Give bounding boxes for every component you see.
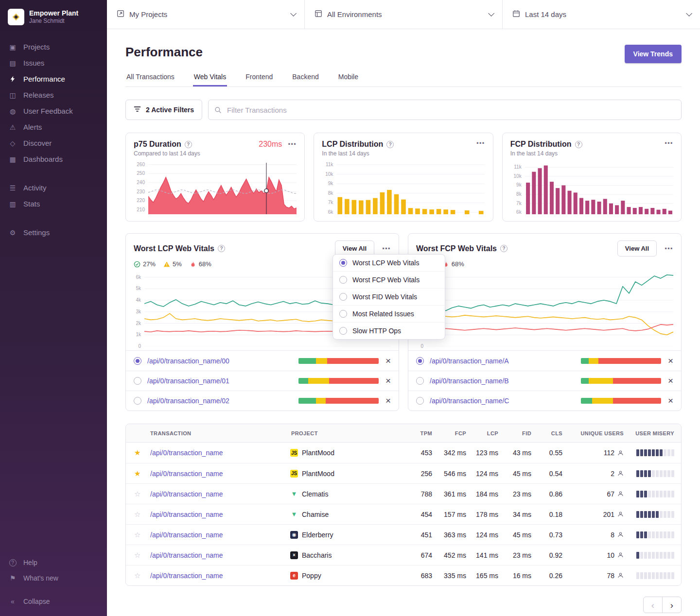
sidebar-item-stats[interactable]: ▥Stats — [0, 196, 107, 212]
more-options-button[interactable]: ⋯ — [288, 141, 297, 148]
menu-item-worst-lcp-web-vitals[interactable]: Worst LCP Web Vitals — [333, 255, 445, 271]
sidebar-item-dashboards[interactable]: ▦Dashboards — [0, 151, 107, 167]
star-icon[interactable]: ☆ — [134, 571, 140, 580]
transaction-link[interactable]: /api/0/transaction_name/A — [430, 357, 509, 365]
column-header[interactable]: PROJECT — [288, 430, 400, 436]
column-header[interactable]: TRANSACTION — [147, 430, 288, 436]
sidebar-item-label: Activity — [23, 184, 47, 192]
sidebar-item-alerts[interactable]: ⚠Alerts — [0, 119, 107, 135]
active-filters-button[interactable]: 2 Active Filters — [125, 100, 202, 120]
menu-item-most-related-issues[interactable]: Most Related Issues — [333, 305, 445, 322]
previous-page-button[interactable]: ‹ — [643, 597, 663, 613]
misery-segment — [671, 491, 674, 497]
transaction-link[interactable]: /api/0/transaction_name — [149, 551, 286, 559]
radio-button[interactable] — [416, 357, 424, 365]
misery-segment — [660, 449, 663, 456]
tab-all-transactions[interactable]: All Transactions — [125, 73, 175, 86]
transaction-link[interactable]: /api/0/transaction_name — [149, 470, 286, 478]
sidebar-item-user-feedback[interactable]: ◍User Feedback — [0, 103, 107, 119]
column-header[interactable]: FCP — [435, 430, 469, 436]
unique-users-value: 112 — [604, 449, 614, 457]
column-header[interactable]: TPM — [400, 430, 435, 436]
close-icon[interactable]: × — [668, 357, 673, 365]
next-page-button[interactable]: › — [662, 597, 682, 613]
tab-backend[interactable]: Backend — [291, 73, 319, 86]
sidebar-item-issues[interactable]: ▤Issues — [0, 55, 107, 71]
view-all-button[interactable]: View All — [617, 240, 657, 257]
close-icon[interactable]: × — [668, 377, 673, 385]
sidebar-item-performance[interactable]: Performance — [0, 71, 107, 87]
close-icon[interactable]: × — [385, 357, 391, 365]
more-options-button[interactable]: ⋯ — [382, 245, 391, 252]
more-options-button[interactable]: ⋯ — [665, 140, 673, 147]
sidebar-item-label: User Feedback — [23, 107, 73, 115]
transaction-list: /api/0/transaction_name/00×/api/0/transa… — [126, 350, 399, 411]
card-subtitle: Compared to last 14 days — [134, 150, 297, 157]
view-trends-button[interactable]: View Trends — [625, 45, 682, 63]
menu-item-worst-fcp-web-vitals[interactable]: Worst FCP Web Vitals — [333, 271, 445, 288]
tab-frontend[interactable]: Frontend — [245, 73, 274, 86]
star-icon[interactable]: ☆ — [134, 490, 140, 498]
org-switcher[interactable]: Empower Plant Jane Schmidt — [0, 7, 107, 26]
radio-button[interactable] — [134, 357, 141, 365]
star-icon[interactable]: ★ — [134, 469, 140, 478]
tab-mobile[interactable]: Mobile — [337, 73, 359, 86]
transaction-link[interactable]: /api/0/transaction_name/01 — [147, 377, 229, 385]
radio-button[interactable] — [416, 377, 424, 385]
card-title: p75 Duration — [134, 140, 181, 149]
transaction-link[interactable]: /api/0/transaction_name — [149, 531, 286, 539]
tab-web-vitals[interactable]: Web Vitals — [193, 73, 227, 86]
radio-button[interactable] — [416, 397, 424, 405]
search-input[interactable] — [208, 100, 682, 120]
help-icon[interactable]: ? — [500, 245, 508, 252]
transaction-link[interactable]: /api/0/transaction_name — [149, 511, 286, 518]
sidebar-item-help[interactable]: ?Help — [0, 555, 107, 570]
column-header[interactable]: FID — [501, 430, 534, 436]
transaction-link[interactable]: /api/0/transaction_name/C — [430, 397, 509, 405]
sidebar-item-releases[interactable]: ◫Releases — [0, 87, 107, 103]
fid-value: 45 ms — [501, 470, 534, 478]
column-header[interactable]: CLS — [534, 430, 565, 436]
transaction-link[interactable]: /api/0/transaction_name/02 — [147, 397, 229, 405]
transaction-link[interactable]: /api/0/transaction_name — [149, 572, 286, 580]
column-header[interactable]: LCP — [469, 430, 501, 436]
misery-segment — [664, 531, 666, 538]
misery-segment — [660, 511, 663, 518]
menu-item-slow-http-ops[interactable]: Slow HTTP Ops — [333, 322, 445, 339]
close-icon[interactable]: × — [385, 377, 391, 385]
radio-button[interactable] — [134, 397, 141, 405]
star-icon[interactable]: ☆ — [134, 510, 140, 518]
javascript-icon: JS — [290, 449, 298, 457]
help-icon[interactable]: ? — [386, 141, 394, 148]
star-icon[interactable]: ★ — [134, 448, 140, 457]
menu-item-worst-fid-web-vitals[interactable]: Worst FID Web Vitals — [333, 288, 445, 305]
sidebar-item-activity[interactable]: ☰Activity — [0, 180, 107, 196]
transaction-link[interactable]: /api/0/transaction_name/B — [430, 377, 509, 385]
date-range-selector[interactable]: Last 14 days — [503, 0, 700, 29]
sidebar-item-what-s-new[interactable]: ⚑What's new — [0, 570, 107, 586]
more-options-button[interactable]: ⋯ — [665, 245, 673, 252]
display-options-menu: Worst LCP Web VitalsWorst FCP Web Vitals… — [332, 254, 445, 340]
transaction-link[interactable]: /api/0/transaction_name — [149, 449, 286, 457]
sidebar-item-projects[interactable]: ▣Projects — [0, 39, 107, 55]
transaction-link[interactable]: /api/0/transaction_name/00 — [147, 357, 229, 365]
performance-icon — [8, 75, 18, 83]
transaction-link[interactable]: /api/0/transaction_name — [149, 490, 286, 498]
close-icon[interactable]: × — [385, 397, 391, 405]
column-header[interactable]: USER MISERY — [627, 430, 681, 436]
sidebar-item-settings[interactable]: ⚙Settings — [0, 224, 107, 240]
more-options-button[interactable]: ⋯ — [476, 140, 485, 147]
project-selector[interactable]: My Projects — [107, 0, 305, 29]
help-icon[interactable]: ? — [218, 245, 225, 252]
sidebar-item-discover[interactable]: ◇Discover — [0, 135, 107, 151]
environment-selector[interactable]: All Environments — [305, 0, 503, 29]
star-icon[interactable]: ☆ — [134, 530, 140, 539]
column-header[interactable]: UNIQUE USERS — [565, 430, 627, 436]
help-icon[interactable]: ? — [575, 141, 582, 148]
sidebar-item-collapse[interactable]: «Collapse — [0, 594, 107, 609]
radio-button[interactable] — [134, 377, 141, 385]
misery-segment — [644, 552, 647, 559]
help-icon[interactable]: ? — [185, 141, 192, 148]
star-icon[interactable]: ☆ — [134, 551, 140, 559]
close-icon[interactable]: × — [668, 397, 673, 405]
